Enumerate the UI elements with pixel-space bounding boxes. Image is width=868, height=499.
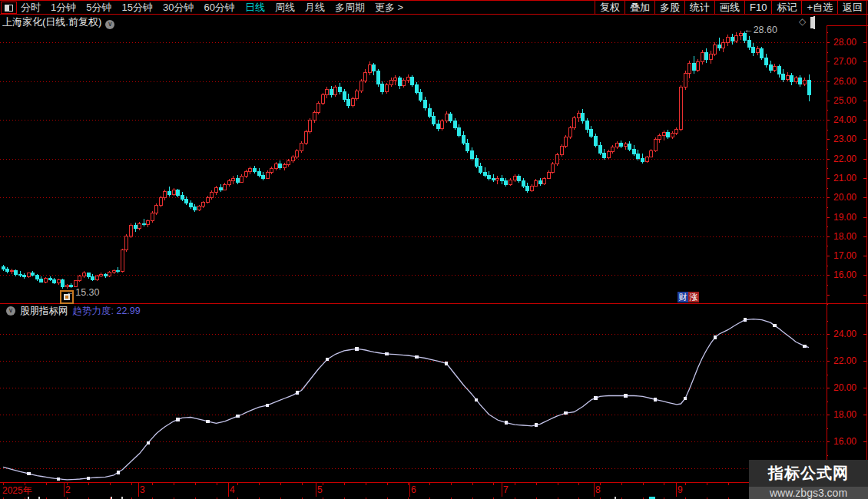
x-axis-month-separator — [64, 483, 65, 497]
statistics-button[interactable]: 统计 — [684, 1, 714, 14]
x-axis-week-tick — [131, 483, 132, 485]
indicator-svg — [0, 304, 827, 483]
x-axis-week-tick — [408, 483, 409, 485]
x-axis-week-tick — [174, 483, 174, 485]
f10-button[interactable]: F10 — [744, 1, 771, 14]
price-axis-label: 17.00 — [833, 250, 856, 261]
x-axis-week-tick — [429, 483, 430, 485]
indicator-axis-label: 22.00 — [833, 355, 856, 366]
high-price-label: ←28.60 — [744, 25, 777, 35]
x-axis-label: 8 — [595, 484, 601, 495]
x-axis-week-tick — [621, 483, 622, 485]
x-axis-month-separator — [228, 483, 229, 497]
x-axis-label: 5 — [317, 484, 323, 495]
x-axis-week-tick — [472, 483, 473, 485]
chart-title-bar: 上海家化(日线.前复权)∨ ◇ — [0, 15, 868, 27]
x-axis-month-separator — [676, 483, 677, 497]
draw-line-button[interactable]: 画线 — [714, 1, 744, 14]
indicator-axis-label: 16.00 — [833, 436, 856, 447]
price-axis-label: 28.00 — [833, 37, 856, 48]
tab-5min[interactable]: 5分钟 — [86, 1, 111, 15]
news-badge-rise: 涨 — [688, 292, 699, 302]
x-axis-week-tick — [366, 483, 366, 485]
x-axis-week-tick — [685, 483, 686, 485]
top-menu-bar: 分时 1分钟 5分钟 15分钟 30分钟 60分钟 日线 周线 月线 多周期 更… — [0, 0, 868, 15]
watermark: 指标公式网 www.zbgs3.com — [749, 460, 868, 499]
indicator-axis-label: 18.00 — [833, 409, 856, 420]
x-axis-week-tick — [237, 483, 238, 485]
back-button[interactable]: 返回 — [837, 1, 867, 14]
candlestick-svg — [0, 27, 827, 304]
x-axis-week-tick — [664, 483, 664, 485]
event-square-marker[interactable] — [60, 290, 74, 304]
price-axis-label: 20.00 — [833, 192, 856, 203]
indicator-source-label: 股朋指标网 — [20, 305, 68, 318]
axis-top-line — [827, 25, 868, 26]
indicator-axis-label: 24.00 — [833, 329, 856, 339]
collapse-chevron-icon[interactable]: ∨ — [6, 306, 15, 316]
x-axis-week-tick — [25, 483, 25, 485]
x-axis-label: 6 — [411, 484, 416, 495]
price-axis-label: 16.00 — [833, 269, 856, 280]
tab-60min[interactable]: 60分钟 — [204, 1, 234, 15]
mark-button[interactable]: 标记 — [771, 1, 801, 14]
tab-1min[interactable]: 1分钟 — [51, 1, 76, 15]
x-axis-label: 2 — [65, 484, 71, 495]
x-axis-week-tick — [643, 483, 644, 485]
indicator-header: ∨ 股朋指标网 趋势力度: 22.99 — [2, 306, 141, 316]
x-axis-label: 4 — [230, 484, 235, 495]
tab-weekly[interactable]: 周线 — [275, 1, 295, 15]
overlay-button[interactable]: 叠加 — [624, 1, 654, 14]
x-axis-week-tick — [67, 483, 68, 485]
indicator-chart[interactable]: ∨ 股朋指标网 趋势力度: 22.99 — [0, 304, 827, 483]
x-axis-week-tick — [3, 483, 4, 485]
x-axis-week-tick — [152, 483, 153, 485]
x-axis: 2025年23456789 — [0, 483, 868, 497]
diamond-tool-icon[interactable]: ◇ — [799, 16, 806, 27]
x-axis-week-tick — [217, 483, 217, 485]
x-axis-week-tick — [344, 483, 345, 485]
x-axis-week-tick — [302, 483, 303, 485]
tab-multi-period[interactable]: 多周期 — [335, 1, 365, 15]
x-axis-month-separator — [502, 483, 502, 497]
tab-30min[interactable]: 30分钟 — [163, 1, 194, 15]
x-axis-month-separator — [594, 483, 595, 497]
x-axis-week-tick — [493, 483, 494, 485]
x-axis-week-tick — [536, 483, 537, 485]
price-axis-label: 24.00 — [833, 114, 856, 125]
tab-more[interactable]: 更多 > — [375, 1, 403, 15]
layout-toggle-button[interactable] — [1, 2, 17, 14]
main-candlestick-chart[interactable] — [0, 27, 827, 304]
x-axis-week-tick — [728, 483, 729, 485]
x-axis-label: 3 — [140, 484, 145, 495]
watermark-title: 指标公式网 — [749, 460, 868, 487]
x-axis-month-separator — [138, 483, 139, 497]
tab-daily[interactable]: 日线 — [245, 1, 265, 15]
price-axis-label: 27.00 — [833, 56, 856, 67]
x-axis-week-tick — [515, 483, 515, 485]
price-axis-label: 26.00 — [833, 76, 856, 87]
x-axis-week-tick — [600, 483, 601, 485]
trading-app-window: 分时 1分钟 5分钟 15分钟 30分钟 60分钟 日线 周线 月线 多周期 更… — [0, 0, 868, 499]
tab-monthly[interactable]: 月线 — [305, 1, 325, 15]
right-border-line — [866, 0, 867, 497]
price-axis-label: 21.00 — [833, 173, 856, 183]
x-axis-week-tick — [578, 483, 579, 485]
indicator-axis-label: 20.00 — [833, 382, 856, 393]
price-axis: 28.0027.0026.0025.0024.0023.0022.0021.00… — [827, 27, 868, 304]
news-badge-finance: 财 — [678, 292, 688, 302]
price-axis-label: 19.00 — [833, 212, 856, 223]
tab-fenshi[interactable]: 分时 — [21, 1, 41, 15]
tool-buttons: 复权 叠加 多股 统计 画线 F10 标记 +自选 返回 — [595, 1, 867, 14]
news-badge[interactable]: 财 涨 — [678, 292, 699, 302]
tab-15min[interactable]: 15分钟 — [121, 1, 152, 15]
multi-stock-button[interactable]: 多股 — [654, 1, 684, 14]
split-view-icon — [5, 5, 13, 12]
fuquan-button[interactable]: 复权 — [595, 1, 624, 14]
x-axis-week-tick — [451, 483, 452, 485]
x-axis-week-tick — [259, 483, 260, 485]
price-axis-label: 18.00 — [833, 231, 856, 242]
add-watchlist-button[interactable]: +自选 — [801, 1, 837, 14]
price-axis-label: 23.00 — [833, 134, 856, 144]
x-axis-month-separator — [316, 483, 316, 497]
